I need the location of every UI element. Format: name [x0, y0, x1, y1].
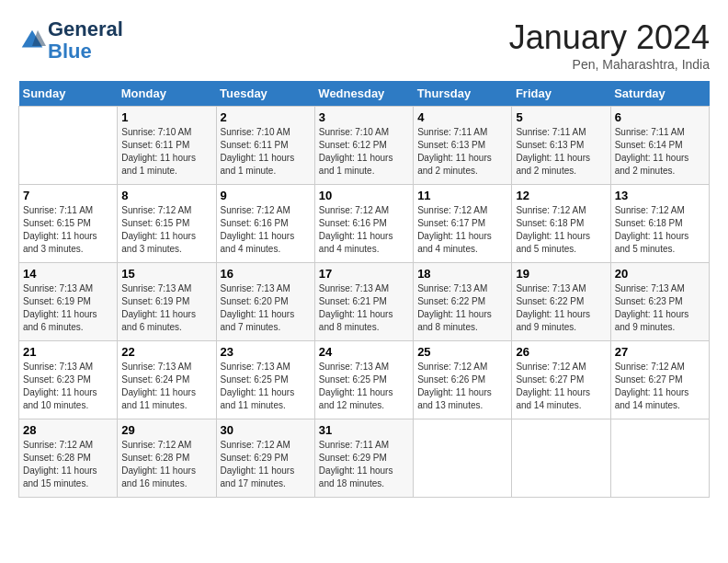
day-info: Sunrise: 7:11 AM Sunset: 6:13 PM Dayligh…: [516, 126, 606, 178]
day-info: Sunrise: 7:10 AM Sunset: 6:11 PM Dayligh…: [221, 126, 311, 178]
day-number: 16: [221, 267, 311, 281]
day-number: 26: [516, 345, 606, 359]
calendar-body: 1Sunrise: 7:10 AM Sunset: 6:11 PM Daylig…: [19, 107, 710, 498]
calendar-day-header: Thursday: [414, 81, 512, 107]
day-number: 23: [221, 345, 311, 359]
calendar-cell: 16Sunrise: 7:13 AM Sunset: 6:20 PM Dayli…: [216, 263, 314, 341]
calendar-cell: 14Sunrise: 7:13 AM Sunset: 6:19 PM Dayli…: [19, 263, 118, 341]
calendar-cell: 22Sunrise: 7:13 AM Sunset: 6:24 PM Dayli…: [118, 341, 216, 419]
day-info: Sunrise: 7:10 AM Sunset: 6:11 PM Dayligh…: [121, 126, 211, 178]
calendar-cell: 23Sunrise: 7:13 AM Sunset: 6:25 PM Dayli…: [216, 341, 314, 419]
calendar-day-header: Tuesday: [216, 81, 314, 107]
day-number: 3: [319, 110, 409, 124]
logo-text: General Blue: [48, 18, 123, 63]
day-info: Sunrise: 7:11 AM Sunset: 6:13 PM Dayligh…: [417, 126, 507, 178]
day-info: Sunrise: 7:12 AM Sunset: 6:26 PM Dayligh…: [417, 361, 507, 412]
day-info: Sunrise: 7:11 AM Sunset: 6:29 PM Dayligh…: [319, 439, 409, 490]
calendar-cell: 1Sunrise: 7:10 AM Sunset: 6:11 PM Daylig…: [118, 107, 216, 185]
calendar-cell: 30Sunrise: 7:12 AM Sunset: 6:29 PM Dayli…: [216, 419, 314, 498]
calendar-cell: 31Sunrise: 7:11 AM Sunset: 6:29 PM Dayli…: [314, 419, 413, 498]
day-number: 12: [516, 189, 606, 202]
day-info: Sunrise: 7:12 AM Sunset: 6:18 PM Dayligh…: [516, 204, 606, 256]
day-number: 18: [417, 267, 507, 281]
calendar-week-row: 14Sunrise: 7:13 AM Sunset: 6:19 PM Dayli…: [19, 263, 710, 341]
logo-icon: [18, 27, 46, 54]
day-info: Sunrise: 7:13 AM Sunset: 6:25 PM Dayligh…: [221, 361, 311, 412]
day-number: 27: [615, 345, 705, 359]
calendar-cell: 21Sunrise: 7:13 AM Sunset: 6:23 PM Dayli…: [19, 341, 118, 419]
calendar-cell: 6Sunrise: 7:11 AM Sunset: 6:14 PM Daylig…: [610, 107, 709, 185]
calendar-cell: 5Sunrise: 7:11 AM Sunset: 6:13 PM Daylig…: [512, 107, 610, 185]
calendar-cell: [512, 419, 610, 498]
calendar-day-header: Monday: [118, 81, 216, 107]
day-info: Sunrise: 7:13 AM Sunset: 6:22 PM Dayligh…: [516, 282, 606, 334]
day-number: 17: [319, 267, 409, 281]
day-info: Sunrise: 7:13 AM Sunset: 6:25 PM Dayligh…: [319, 361, 409, 412]
day-info: Sunrise: 7:12 AM Sunset: 6:29 PM Dayligh…: [221, 439, 311, 490]
day-info: Sunrise: 7:12 AM Sunset: 6:28 PM Dayligh…: [23, 439, 113, 490]
calendar-cell: 4Sunrise: 7:11 AM Sunset: 6:13 PM Daylig…: [414, 107, 512, 185]
day-number: 2: [221, 110, 311, 124]
calendar-cell: 18Sunrise: 7:13 AM Sunset: 6:22 PM Dayli…: [414, 263, 512, 341]
day-number: 8: [121, 189, 211, 202]
header: General Blue January 2024 Pen, Maharasht…: [18, 18, 710, 72]
calendar-cell: 27Sunrise: 7:12 AM Sunset: 6:27 PM Dayli…: [610, 341, 709, 419]
calendar-cell: 7Sunrise: 7:11 AM Sunset: 6:15 PM Daylig…: [19, 185, 118, 263]
calendar-cell: 12Sunrise: 7:12 AM Sunset: 6:18 PM Dayli…: [512, 185, 610, 263]
day-number: 5: [516, 110, 606, 124]
day-number: 24: [319, 345, 409, 359]
calendar-cell: 9Sunrise: 7:12 AM Sunset: 6:16 PM Daylig…: [216, 185, 314, 263]
calendar-cell: 24Sunrise: 7:13 AM Sunset: 6:25 PM Dayli…: [314, 341, 413, 419]
calendar-cell: 2Sunrise: 7:10 AM Sunset: 6:11 PM Daylig…: [216, 107, 314, 185]
calendar-day-header: Wednesday: [314, 81, 413, 107]
calendar-cell: [610, 419, 709, 498]
day-number: 25: [417, 345, 507, 359]
calendar-table: SundayMondayTuesdayWednesdayThursdayFrid…: [18, 81, 710, 498]
calendar-cell: 3Sunrise: 7:10 AM Sunset: 6:12 PM Daylig…: [314, 107, 413, 185]
calendar-cell: 10Sunrise: 7:12 AM Sunset: 6:16 PM Dayli…: [314, 185, 413, 263]
day-info: Sunrise: 7:13 AM Sunset: 6:20 PM Dayligh…: [221, 282, 311, 334]
calendar-day-header: Saturday: [610, 81, 709, 107]
day-number: 19: [516, 267, 606, 281]
day-number: 14: [23, 267, 113, 281]
calendar-week-row: 21Sunrise: 7:13 AM Sunset: 6:23 PM Dayli…: [19, 341, 710, 419]
day-info: Sunrise: 7:13 AM Sunset: 6:22 PM Dayligh…: [417, 282, 507, 334]
calendar-cell: 25Sunrise: 7:12 AM Sunset: 6:26 PM Dayli…: [414, 341, 512, 419]
day-number: 21: [23, 345, 113, 359]
day-number: 7: [23, 189, 113, 202]
day-info: Sunrise: 7:12 AM Sunset: 6:18 PM Dayligh…: [615, 204, 705, 256]
day-number: 4: [417, 110, 507, 124]
day-number: 1: [121, 110, 211, 124]
day-number: 13: [615, 189, 705, 202]
calendar-cell: 19Sunrise: 7:13 AM Sunset: 6:22 PM Dayli…: [512, 263, 610, 341]
day-number: 29: [121, 423, 211, 437]
calendar-cell: 15Sunrise: 7:13 AM Sunset: 6:19 PM Dayli…: [118, 263, 216, 341]
day-info: Sunrise: 7:13 AM Sunset: 6:24 PM Dayligh…: [121, 361, 211, 412]
day-number: 28: [23, 423, 113, 437]
day-info: Sunrise: 7:12 AM Sunset: 6:28 PM Dayligh…: [121, 439, 211, 490]
day-number: 30: [221, 423, 311, 437]
title-area: January 2024 Pen, Maharashtra, India: [509, 18, 710, 72]
calendar-cell: 8Sunrise: 7:12 AM Sunset: 6:15 PM Daylig…: [118, 185, 216, 263]
day-number: 20: [615, 267, 705, 281]
calendar-cell: 11Sunrise: 7:12 AM Sunset: 6:17 PM Dayli…: [414, 185, 512, 263]
day-info: Sunrise: 7:13 AM Sunset: 6:19 PM Dayligh…: [121, 282, 211, 334]
month-title: January 2024: [509, 18, 710, 57]
day-info: Sunrise: 7:12 AM Sunset: 6:27 PM Dayligh…: [615, 361, 705, 412]
calendar-cell: 28Sunrise: 7:12 AM Sunset: 6:28 PM Dayli…: [19, 419, 118, 498]
day-info: Sunrise: 7:12 AM Sunset: 6:15 PM Dayligh…: [121, 204, 211, 256]
calendar-day-header: Friday: [512, 81, 610, 107]
day-number: 22: [121, 345, 211, 359]
day-info: Sunrise: 7:13 AM Sunset: 6:21 PM Dayligh…: [319, 282, 409, 334]
day-info: Sunrise: 7:13 AM Sunset: 6:23 PM Dayligh…: [23, 361, 113, 412]
calendar-day-header: Sunday: [19, 81, 118, 107]
calendar-cell: [19, 107, 118, 185]
day-info: Sunrise: 7:10 AM Sunset: 6:12 PM Dayligh…: [319, 126, 409, 178]
day-number: 31: [319, 423, 409, 437]
calendar-cell: 26Sunrise: 7:12 AM Sunset: 6:27 PM Dayli…: [512, 341, 610, 419]
day-number: 9: [221, 189, 311, 202]
day-info: Sunrise: 7:12 AM Sunset: 6:16 PM Dayligh…: [221, 204, 311, 256]
calendar-cell: 20Sunrise: 7:13 AM Sunset: 6:23 PM Dayli…: [610, 263, 709, 341]
logo: General Blue: [18, 18, 123, 63]
calendar-week-row: 1Sunrise: 7:10 AM Sunset: 6:11 PM Daylig…: [19, 107, 710, 185]
